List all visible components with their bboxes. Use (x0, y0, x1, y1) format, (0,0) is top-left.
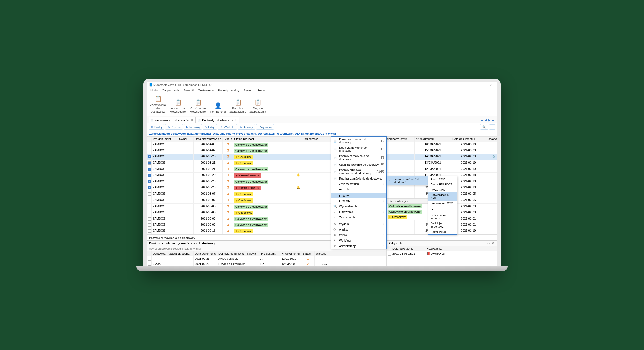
menu-button[interactable]: ≡ (489, 124, 495, 130)
row-checkbox[interactable] (148, 174, 151, 177)
context-menu-item[interactable]: Definicje importów... (428, 221, 457, 229)
toolbar-button[interactable]: ◎ Analizy (238, 124, 255, 130)
row-checkbox[interactable] (148, 143, 151, 146)
pane-close-icon[interactable]: ✕ (491, 242, 495, 245)
toolbar-button[interactable]: ▶ Realizuj (184, 124, 202, 130)
ctx-import-orders[interactable]: ⎘ Import zamówień do dostawców › (387, 176, 428, 185)
table-row[interactable]: ZAMDOS2021-03-21 ⊡ ⊕Częściowo 13/03A/202… (147, 160, 497, 166)
context-menu-item[interactable]: ✓ Zaznaczanie › (331, 215, 386, 220)
context-menu-item[interactable]: Awiza XML (428, 187, 457, 192)
table-row[interactable]: ZAMDOS2021-03-21 ⊡ Całkowicie zrealizowa… (147, 166, 497, 173)
ribbon-button[interactable]: 📋 Zamówienia wewnętrzne (188, 95, 207, 115)
column-header[interactable] (387, 246, 391, 251)
toolbar-button[interactable]: › Wykonaj (256, 124, 274, 130)
context-menu-item[interactable]: Eksporty › (331, 198, 386, 203)
table-row[interactable]: 2021-04-08 13:21 📕AWIZO.pdf (387, 251, 497, 256)
minimize-button[interactable]: — (473, 83, 480, 86)
context-menu-item[interactable]: Definiowanie importu... (428, 212, 457, 221)
column-header[interactable]: Nazwa pliku (426, 246, 497, 251)
column-header[interactable]: Status realizacji (233, 137, 301, 142)
context-submenu-imports[interactable]: ⎘ Import zamówień do dostawców › (387, 176, 428, 185)
row-checkbox[interactable] (148, 211, 151, 214)
column-header[interactable]: Typ dokum... (259, 251, 280, 256)
table-row[interactable]: ZAMDOS2021-04-07 ⊡ Całkowicie zrealizowa… (147, 148, 497, 154)
context-menu-item[interactable]: ... (428, 206, 457, 211)
row-checkbox[interactable] (148, 199, 151, 202)
column-header[interactable]: Data obowiązywania (194, 137, 223, 142)
toolbar-button[interactable]: ▽ Filtry (203, 124, 217, 130)
menu-item[interactable]: Zaopatrzenie (161, 88, 181, 93)
row-checkbox[interactable] (148, 186, 151, 189)
pane-collapse-icon[interactable]: ▭ (487, 242, 491, 245)
column-header[interactable]: Nr dokumentu (280, 251, 301, 256)
row-checkbox[interactable] (148, 192, 151, 196)
tab-nav-prev[interactable]: ◀ (484, 119, 488, 122)
column-header[interactable]: Wartość (315, 251, 330, 256)
context-menu-item[interactable]: Pokaż bufor... (428, 229, 457, 234)
row-checkbox[interactable] (148, 258, 151, 261)
side-row[interactable]: Całkowicie zrealizowane (387, 204, 428, 209)
row-checkbox[interactable] (148, 223, 151, 227)
column-header[interactable]: Definicja dokumentu - Nazwa (217, 251, 259, 256)
column-header[interactable] (147, 251, 152, 256)
context-menu-item[interactable]: 📄 Pokaż zamówienie do dostawcy F2 (331, 137, 386, 145)
context-menu-item[interactable]: 🔍 Wyszukiwanie › (331, 203, 386, 209)
ribbon-button[interactable]: 📋 Miejsca zaopatrzenia (248, 95, 267, 115)
menu-item[interactable]: Raporty i analizy (216, 88, 241, 93)
row-checkbox[interactable] (148, 217, 151, 221)
column-header[interactable]: Dostawca - Nazwa skrócona (152, 251, 194, 256)
context-menu-item[interactable]: ⚙ Administracja › (331, 243, 386, 249)
table-row[interactable]: ZIAJA2021-02-23Przyjęcie z zewnątrzPZ12/… (147, 262, 386, 266)
column-header[interactable]: Data dokumentu▾ (451, 137, 485, 142)
column-header[interactable]: Data dokumentu (194, 251, 217, 256)
context-menu-item[interactable]: Zamówienia CSV (428, 201, 457, 206)
tab-nav-first[interactable]: ⏮ (480, 119, 484, 122)
table-row[interactable]: 2021-02-23Awizo przyjęciaAP12/01/2021 ⊡ (147, 256, 386, 261)
close-button[interactable]: ✕ (488, 83, 495, 87)
ribbon-button[interactable]: 📋 Zaopatrzenie wewnętrzne (168, 95, 187, 115)
context-menu-item[interactable]: ↕ Zmiana statusu › (331, 181, 386, 186)
column-header[interactable]: Typ dokumentu (152, 137, 178, 142)
document-tab[interactable]: 📄 Kontrakty z dostawcami ✕ (196, 117, 239, 123)
column-header[interactable]: Nr dokumentu (415, 137, 451, 142)
context-menu-item[interactable]: ⚘ Workflow › (331, 238, 386, 243)
table-row[interactable]: ZAMDOS2021-04-09 ⊡ Całkowicie zrealizowa… (147, 142, 497, 148)
context-menu-item[interactable]: Importy › (331, 193, 386, 198)
context-menu-item[interactable]: 📄 Realizuj zamówienie do dostawcy (331, 176, 386, 181)
context-menu-item[interactable]: Potwierdzenia XML (428, 192, 457, 201)
context-menu-item[interactable]: 📄 Popraw grupowo zamówienia do dostawcy … (331, 167, 386, 176)
tab-nav-last[interactable]: ⏭ (491, 119, 495, 122)
maximize-button[interactable]: ▢ (480, 83, 488, 87)
table-row[interactable]: ZAMDOS2021-03-25 ⊡ ⊕Częściowo 14/03A/202… (147, 154, 497, 160)
row-checkbox[interactable] (388, 253, 391, 256)
column-header[interactable]: Uwagi (178, 137, 194, 142)
context-menu-item[interactable]: Awiza CSV (428, 176, 457, 182)
side-row[interactable]: Całkowicie zrealizowane (387, 209, 428, 214)
ribbon-button[interactable]: 📋 Zamówienia do dostawców (149, 95, 167, 115)
toolbar-button[interactable]: ⊕ Dodaj (149, 124, 164, 130)
column-header[interactable] (147, 137, 152, 142)
menu-item[interactable]: System (242, 88, 255, 93)
menu-item[interactable]: Pomoc (255, 88, 268, 93)
row-checkbox[interactable] (148, 168, 151, 171)
side-row[interactable]: ⊕Częściowo (387, 214, 428, 220)
menu-item[interactable]: Moduł (149, 88, 160, 93)
row-checkbox[interactable] (148, 149, 151, 152)
context-menu-item[interactable]: ◎ Analizy › (331, 227, 386, 232)
context-menu-item[interactable]: 📄 Popraw zamówienie do dostawcy F5 (331, 153, 386, 162)
column-header[interactable]: Data utworzenia (391, 246, 426, 251)
row-checkbox[interactable] (148, 180, 151, 183)
context-menu-item[interactable]: ▽ Filtrowanie › (331, 209, 386, 215)
toolbar-button[interactable]: 🖨 Wydruki (218, 124, 237, 130)
context-menu[interactable]: 📄 Pokaż zamówienie do dostawcy F2 📄 Doda… (331, 136, 387, 249)
context-menu-item[interactable]: 🖨 Wydruki › (331, 221, 386, 227)
column-header[interactable]: Status (301, 251, 315, 256)
ribbon-button[interactable]: 👤 Kontrahenci (208, 95, 227, 115)
row-checkbox[interactable] (148, 263, 151, 266)
context-menu-item[interactable]: Akceptacje › (331, 186, 386, 192)
row-checkbox[interactable] (148, 229, 151, 233)
side-header[interactable]: Stan realizacji ▴ (387, 199, 428, 204)
document-tab[interactable]: 📄 Zamówienia do dostawców ✕ (149, 117, 196, 123)
context-menu-item[interactable]: 📄 Usuń zamówienie do dostawcy F8 (331, 162, 386, 167)
context-menu-item[interactable]: 📄 Dodaj zamówienie do dostawcy F3 (331, 145, 386, 153)
